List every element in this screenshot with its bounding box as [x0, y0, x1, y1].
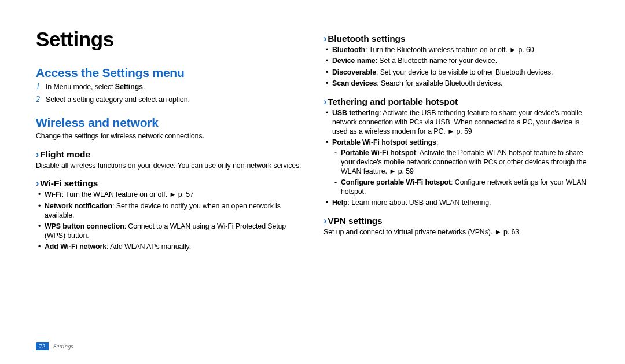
- sub-bluetooth-settings: ›Bluetooth settings: [323, 34, 590, 44]
- sub-label: Flight mode: [40, 149, 90, 159]
- left-column: Settings Access the Settings menu 1 In M…: [36, 28, 303, 254]
- sub-wifi-settings: ›Wi-Fi settings: [36, 178, 303, 189]
- list-item: Scan devices: Search for available Bluet…: [326, 79, 590, 89]
- item-bold: USB tethering: [332, 109, 379, 117]
- item-bold: Network notification: [45, 202, 112, 210]
- flight-body: Disable all wireless functions on your d…: [36, 161, 303, 171]
- step1-pre: In Menu mode, select: [46, 83, 115, 91]
- list-item: Help: Learn more about USB and WLAN teth…: [326, 198, 590, 208]
- item-bold: Configure portable Wi-Fi hotspot: [341, 178, 451, 186]
- access-steps: 1 In Menu mode, select Settings. 2 Selec…: [36, 82, 303, 104]
- sub-label: Wi-Fi settings: [40, 178, 98, 188]
- list-item: Device name: Set a Bluetooth name for yo…: [326, 57, 590, 66]
- sub-label: Tethering and portable hotspot: [328, 97, 458, 106]
- list-item: Wi-Fi: Turn the WLAN feature on or off. …: [38, 190, 303, 200]
- list-item: Add Wi-Fi network: Add WLAN APs manually…: [38, 242, 303, 252]
- section-access-heading: Access the Settings menu: [36, 66, 303, 80]
- item-bold: Help: [332, 198, 347, 207]
- list-item: Portable Wi-Fi hotspot settings: Portabl…: [326, 138, 590, 197]
- vpn-body: Set up and connect to virtual private ne…: [323, 228, 590, 237]
- item-bold: Add Wi-Fi network: [45, 242, 106, 251]
- step-text: Select a setting category and select an …: [46, 95, 190, 104]
- list-item: Discoverable: Set your device to be visi…: [326, 68, 590, 78]
- step-2: 2 Select a setting category and select a…: [36, 95, 303, 104]
- item-bold: Device name: [332, 57, 376, 65]
- bluetooth-list: Bluetooth: Turn the Bluetooth wireless f…: [323, 46, 590, 89]
- item-text: : Add WLAN APs manually.: [106, 242, 191, 251]
- step1-bold: Settings: [115, 83, 143, 91]
- list-item: Configure portable Wi-Fi hotspot: Config…: [334, 178, 590, 197]
- item-bold: WPS button connection: [45, 222, 124, 230]
- page-number-badge: 72: [36, 342, 49, 350]
- page-title: Settings: [36, 28, 303, 51]
- sub-vpn-settings: ›VPN settings: [323, 216, 590, 226]
- sub-label: Bluetooth settings: [328, 34, 405, 43]
- list-item: Network notification: Set the device to …: [38, 202, 303, 220]
- step-number-icon: 2: [36, 95, 46, 104]
- step-1: 1 In Menu mode, select Settings.: [36, 82, 303, 91]
- wireless-intro: Change the settings for wireless network…: [36, 132, 303, 141]
- item-bold: Discoverable: [332, 68, 376, 76]
- tethering-list: USB tethering: Activate the USB tetherin…: [323, 109, 590, 208]
- list-item: Bluetooth: Turn the Bluetooth wireless f…: [326, 46, 590, 55]
- item-text: : Learn more about USB and WLAN tetherin…: [347, 198, 491, 207]
- sub-flight-mode: ›Flight mode: [36, 149, 303, 160]
- item-bold: Bluetooth: [332, 46, 365, 54]
- section-wireless-heading: Wireless and network: [36, 116, 303, 130]
- step-text: In Menu mode, select Settings.: [46, 82, 145, 91]
- right-column: ›Bluetooth settings Bluetooth: Turn the …: [323, 28, 590, 254]
- item-text: : Search for available Bluetooth devices…: [377, 79, 502, 87]
- footer-section-name: Settings: [53, 343, 73, 350]
- item-text: : Turn the Bluetooth wireless feature on…: [365, 46, 534, 54]
- item-bold: Scan devices: [332, 79, 377, 87]
- page-footer: 72 Settings: [36, 342, 73, 350]
- item-text: : Set your device to be visible to other…: [376, 68, 553, 76]
- page-root: Settings Access the Settings menu 1 In M…: [0, 0, 625, 364]
- item-bold: Portable Wi-Fi hotspot: [341, 149, 416, 157]
- sub-tethering: ›Tethering and portable hotspot: [323, 97, 590, 107]
- item-bold: Wi-Fi: [45, 190, 62, 198]
- item-bold: Portable Wi-Fi hotspot settings: [332, 138, 436, 146]
- list-item: WPS button connection: Connect to a WLAN…: [38, 222, 303, 241]
- item-text: : Set a Bluetooth name for your device.: [376, 57, 497, 65]
- list-item: Portable Wi-Fi hotspot: Activate the Por…: [334, 149, 590, 177]
- sub-label: VPN settings: [328, 216, 382, 226]
- item-text: : Turn the WLAN feature on or off. ► p. …: [62, 190, 194, 198]
- two-column-layout: Settings Access the Settings menu 1 In M…: [36, 28, 590, 254]
- item-text: :: [436, 138, 438, 146]
- step1-post: .: [143, 83, 145, 91]
- tethering-sublist: Portable Wi-Fi hotspot: Activate the Por…: [332, 149, 590, 197]
- list-item: USB tethering: Activate the USB tetherin…: [326, 109, 590, 137]
- wifi-list: Wi-Fi: Turn the WLAN feature on or off. …: [36, 190, 303, 252]
- step-number-icon: 1: [36, 82, 46, 91]
